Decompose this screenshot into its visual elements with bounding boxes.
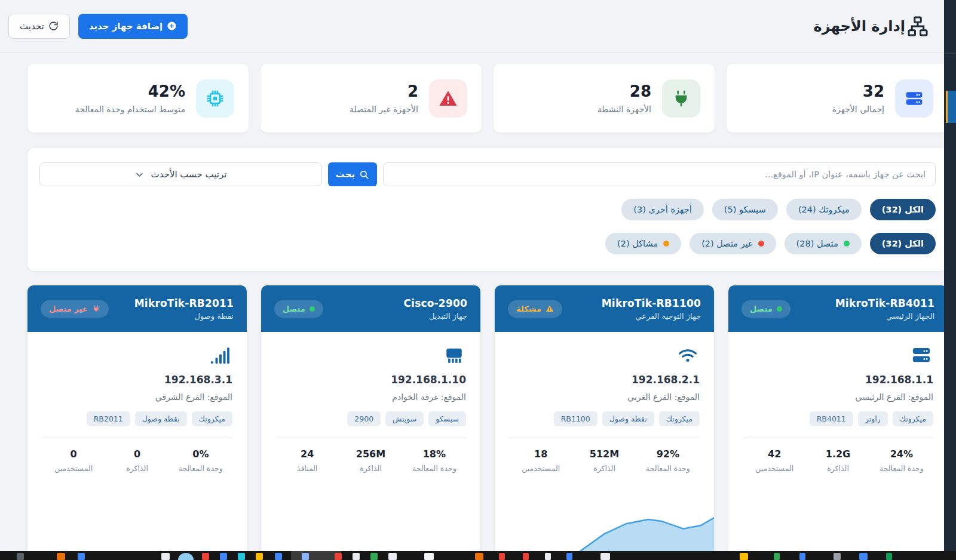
taskbar-icon[interactable] bbox=[302, 553, 309, 560]
taskbar-icon[interactable] bbox=[523, 553, 529, 560]
taskbar-icon[interactable] bbox=[424, 553, 434, 560]
filter-chip-all-types[interactable]: الكل (32) bbox=[870, 199, 936, 220]
server-icon bbox=[743, 345, 933, 367]
taskbar-icon[interactable] bbox=[256, 553, 263, 560]
memory-value: 0 bbox=[105, 448, 168, 460]
device-tags: سيسكو سويتش 2900 bbox=[275, 411, 466, 426]
device-tag: ميكروتك bbox=[192, 411, 232, 426]
taskbar-icon[interactable] bbox=[859, 553, 868, 560]
main-content: 32 إجمالي الأجهزة 28 الأجهزة النشطة bbox=[8, 64, 948, 560]
taskbar-icon[interactable] bbox=[740, 553, 748, 560]
taskbar-active-app[interactable] bbox=[291, 551, 341, 560]
device-card-body: 192.168.1.1 الموقع: الفرع الرئيسي ميكروت… bbox=[728, 332, 948, 473]
device-location: الموقع: غرفة الخوادم bbox=[275, 392, 466, 402]
memory-value: 512M bbox=[572, 448, 636, 460]
filter-chip-other-devices[interactable]: أجهزة أخرى (3) bbox=[621, 199, 703, 220]
app-header: إدارة الأجهزة إضافة جهاز جديد تحديث bbox=[0, 0, 956, 53]
refresh-button[interactable]: تحديث bbox=[8, 14, 70, 39]
taskbar-icon[interactable] bbox=[57, 553, 65, 560]
search-row: بحث ترتيب حسب الأحدث bbox=[39, 162, 936, 186]
search-input[interactable] bbox=[383, 162, 936, 186]
type-filter-row: الكل (32) ميكروتك (24) سيسكو (5) أجهزة أ… bbox=[39, 199, 936, 220]
sitemap-icon bbox=[907, 16, 929, 37]
offline-dot-icon bbox=[758, 241, 764, 247]
online-dot-icon bbox=[844, 241, 850, 247]
device-card-rb2011[interactable]: MikroTik-RB2011 نقطة وصول غير متصل bbox=[27, 285, 247, 560]
online-dot-icon bbox=[310, 306, 315, 312]
taskbar-icon[interactable] bbox=[774, 553, 780, 560]
taskbar-icon[interactable] bbox=[600, 553, 610, 560]
stats-row: 32 إجمالي الأجهزة 28 الأجهزة النشطة bbox=[27, 64, 948, 133]
device-tags: ميكروتك نقطة وصول RB2011 bbox=[42, 411, 232, 426]
stat-card-offline-devices: 2 الأجهزة غير المتصلة bbox=[261, 64, 482, 133]
filter-chip-cisco[interactable]: سيسكو (5) bbox=[712, 199, 778, 220]
ethernet-icon bbox=[275, 345, 466, 367]
filter-chip-mikrotik[interactable]: ميكروتك (24) bbox=[786, 199, 862, 220]
taskbar-icon[interactable] bbox=[78, 553, 85, 560]
device-stats: 0% وحدة المعالجة 0 الذاكرة 0 المستخدمين bbox=[42, 438, 232, 473]
filter-chip-offline[interactable]: غير متصل (2) bbox=[690, 233, 776, 254]
device-tags: ميكروتك راوتر RB4011 bbox=[743, 411, 933, 426]
taskbar-icon[interactable] bbox=[499, 553, 505, 560]
refresh-icon bbox=[48, 21, 59, 31]
device-ip: 192.168.1.10 bbox=[275, 374, 466, 386]
users-value: 18 bbox=[509, 448, 572, 460]
device-card-body: 192.168.3.1 الموقع: الفرع الشرقي ميكروتك… bbox=[27, 332, 247, 473]
filter-chip-problems[interactable]: مشاكل (2) bbox=[605, 233, 681, 254]
taskbar-icon[interactable] bbox=[220, 553, 227, 560]
taskbar-icon[interactable] bbox=[275, 553, 282, 560]
search-button[interactable]: بحث bbox=[328, 162, 377, 186]
device-tag: راوتر bbox=[858, 411, 888, 426]
taskbar-icon[interactable] bbox=[388, 553, 397, 560]
device-card-rb4011[interactable]: MikroTik-RB4011 الجهاز الرئيسي متصل 192.… bbox=[728, 285, 948, 560]
scrollbar-track[interactable] bbox=[944, 0, 956, 560]
taskbar-icon[interactable] bbox=[886, 553, 892, 560]
memory-value: 1.2G bbox=[806, 448, 869, 460]
stat-card-total-devices: 32 إجمالي الأجهزة bbox=[727, 64, 948, 133]
taskbar-icon[interactable] bbox=[566, 553, 572, 560]
add-device-button[interactable]: إضافة جهاز جديد bbox=[78, 14, 188, 39]
stat-label: الأجهزة النشطة bbox=[598, 104, 651, 114]
device-location: الموقع: الفرع الغربي bbox=[509, 392, 700, 402]
taskbar-icon[interactable] bbox=[545, 553, 551, 560]
taskbar-icon[interactable] bbox=[475, 553, 483, 560]
search-button-label: بحث bbox=[336, 169, 355, 180]
scrollbar-thumb[interactable] bbox=[946, 91, 956, 123]
users-value: 42 bbox=[743, 448, 806, 460]
taskbar-icon[interactable] bbox=[238, 553, 245, 560]
device-role: جهاز التبديل bbox=[403, 312, 467, 321]
taskbar-icon[interactable] bbox=[799, 553, 805, 560]
memory-label: الذاكرة bbox=[572, 464, 636, 473]
device-card-body: 192.168.2.1 الموقع: الفرع الغربي ميكروتك… bbox=[495, 332, 714, 473]
device-card-header: MikroTik-RB4011 الجهاز الرئيسي متصل bbox=[728, 285, 948, 332]
device-name: Cisco-2900 bbox=[403, 297, 467, 309]
taskbar-icon[interactable] bbox=[834, 553, 841, 560]
taskbar-icon[interactable] bbox=[335, 553, 342, 560]
sort-select[interactable]: ترتيب حسب الأحدث bbox=[39, 162, 322, 186]
taskbar-icon[interactable] bbox=[202, 553, 209, 560]
device-role: جهاز التوجيه الفرعي bbox=[602, 312, 701, 321]
device-card-cisco2900[interactable]: Cisco-2900 جهاز التبديل متصل 192.168.1.1… bbox=[261, 285, 480, 560]
taskbar[interactable] bbox=[0, 551, 956, 560]
plus-circle-icon bbox=[167, 21, 177, 31]
device-card-rb1100[interactable]: MikroTik-RB1100 جهاز التوجيه الفرعي مشكل… bbox=[495, 285, 714, 560]
taskbar-icon[interactable] bbox=[17, 553, 24, 560]
taskbar-icon[interactable] bbox=[370, 553, 378, 560]
taskbar-icon[interactable] bbox=[161, 553, 170, 560]
taskbar-icon[interactable] bbox=[178, 553, 194, 560]
cpu-value: 24% bbox=[870, 448, 933, 460]
stat-value: 2 bbox=[350, 82, 418, 101]
device-tag: ميكروتك bbox=[659, 411, 700, 426]
device-card-header: Cisco-2900 جهاز التبديل متصل bbox=[261, 285, 480, 332]
users-label: المستخدمين bbox=[509, 464, 572, 473]
warning-dot-icon bbox=[663, 241, 669, 247]
taskbar-icon[interactable] bbox=[353, 553, 360, 560]
device-name: MikroTik-RB4011 bbox=[835, 297, 934, 309]
filter-chip-online[interactable]: متصل (28) bbox=[785, 233, 862, 254]
sort-select-value: ترتيب حسب الأحدث bbox=[151, 169, 227, 180]
device-tag: نقطة وصول bbox=[135, 411, 187, 426]
device-tag: RB1100 bbox=[554, 411, 598, 426]
cpu-label: وحدة المعالجة bbox=[169, 464, 232, 473]
filter-chip-all-status[interactable]: الكل (32) bbox=[870, 233, 936, 254]
device-name: MikroTik-RB1100 bbox=[602, 297, 701, 309]
